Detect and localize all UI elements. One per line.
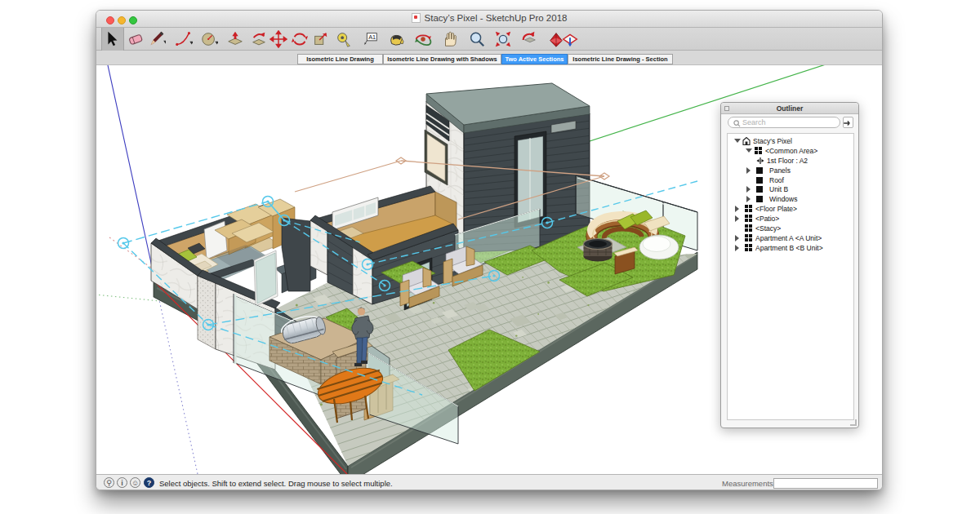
svg-text:A1: A1 [368, 33, 376, 41]
